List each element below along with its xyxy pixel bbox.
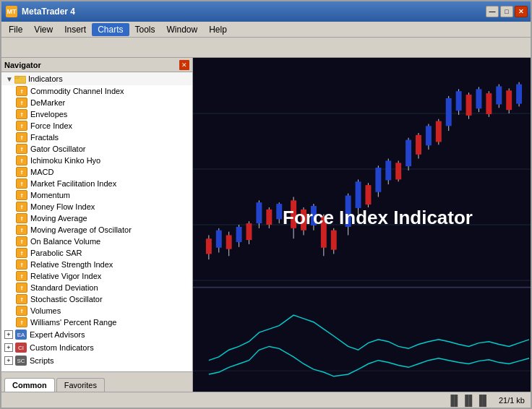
indicator-icon: f [16,144,27,154]
list-item[interactable]: f Force Index [1,120,192,132]
svg-rect-63 [486,93,492,114]
svg-rect-15 [236,227,242,242]
tab-common[interactable]: Common [4,378,55,392]
indicator-icon: f [16,109,27,119]
list-item[interactable]: f Commodity Channel Index [1,85,192,97]
indicator-label: Relative Strength Index [30,260,113,269]
menu-insert[interactable]: Insert [59,23,92,36]
menu-charts[interactable]: Charts [92,23,129,36]
menu-file[interactable]: File [3,23,28,36]
indicators-expand-icon: ▼ [4,74,14,84]
menu-bar: File View Insert Charts Tools Window Hel… [1,22,531,38]
menu-help[interactable]: Help [203,23,233,36]
window-controls: — □ ✕ [486,6,528,17]
navigator-close-button[interactable]: ✕ [179,60,189,70]
expert-advisors-folder[interactable]: + EA Expert Advisors [1,328,192,341]
svg-rect-1 [14,76,19,78]
svg-rect-53 [436,121,442,142]
indicator-icon: f [16,178,27,189]
indicators-section-header[interactable]: ▼ Indicators [1,72,192,85]
svg-rect-23 [276,204,282,219]
indicator-label: Relative Vigor Index [30,272,101,280]
scripts-icon: SC [15,356,27,366]
menu-tools[interactable]: Tools [129,23,161,36]
chart-area[interactable]: Force Index Indicator [193,58,531,392]
expert-advisors-icon: EA [15,330,27,340]
list-item[interactable]: f Relative Vigor Index [1,270,192,282]
custom-indicators-icon: CI [15,343,27,353]
list-item[interactable]: f DeMarker [1,97,192,108]
indicator-icon: f [16,202,27,212]
indicators-folder-icon [14,74,26,84]
svg-rect-57 [456,91,462,111]
svg-rect-33 [331,231,337,250]
indicator-icon: f [16,155,27,165]
list-item[interactable]: f Volumes [1,305,192,317]
close-button[interactable]: ✕ [515,6,528,17]
list-item[interactable]: f On Balance Volume [1,236,192,247]
tab-favorites[interactable]: Favorites [56,378,105,392]
indicator-label: Volumes [30,306,61,315]
indicator-label: Market Facilitation Index [30,179,116,188]
menu-view[interactable]: View [28,23,59,36]
svg-rect-49 [416,135,421,155]
indicator-label: Momentum [30,191,70,199]
list-item[interactable]: f Williams' Percent Range [1,317,192,328]
indicator-label: Money Flow Index [30,202,95,211]
indicator-icon: f [16,98,27,108]
list-item[interactable]: f Relative Strength Index [1,259,192,270]
indicator-label: Moving Average of Oscillator [30,225,132,234]
indicator-icon: f [16,271,27,281]
title-bar: MT MetaTrader 4 — □ ✕ [1,1,531,22]
svg-rect-37 [356,181,361,208]
svg-rect-41 [375,168,381,192]
minimize-button[interactable]: — [486,6,499,17]
indicator-label: Stochastic Oscillator [30,295,103,303]
scripts-folder[interactable]: + SC Scripts [1,354,192,367]
svg-rect-51 [426,126,432,145]
svg-rect-21 [266,210,272,225]
indicator-label: Force Index [30,121,72,130]
list-item[interactable]: f Parabolic SAR [1,247,192,259]
indicator-icon: f [16,190,27,200]
expert-advisors-expand-icon: + [4,330,13,339]
svg-rect-61 [476,89,481,108]
svg-rect-9 [206,238,212,254]
list-item[interactable]: f Fractals [1,132,192,143]
list-item[interactable]: f Envelopes [1,108,192,120]
navigator-title: Navigator [4,61,41,69]
list-item[interactable]: f Market Facilitation Index [1,178,192,189]
list-item[interactable]: f Money Flow Index [1,201,192,212]
navigator-content[interactable]: ▼ Indicators f Commodity Channel Index f… [1,72,192,371]
svg-rect-59 [466,95,472,116]
list-item[interactable]: f Moving Average of Oscillator [1,224,192,236]
maximize-button[interactable]: □ [500,6,513,17]
menu-window[interactable]: Window [161,23,204,36]
chart-canvas: Force Index Indicator [193,58,531,392]
svg-rect-17 [246,223,252,240]
scripts-expand-icon: + [4,356,13,365]
indicator-label: DeMarker [30,98,65,107]
list-item[interactable]: f Gator Oscillator [1,143,192,155]
navigator-tabs: Common Favorites [1,371,192,392]
list-item[interactable]: f Stochastic Oscillator [1,293,192,305]
expert-advisors-label: Expert Advisors [30,330,85,339]
indicators-section-label: Indicators [28,74,63,83]
list-item[interactable]: f Ichimoku Kinko Hyo [1,155,192,166]
svg-rect-11 [216,231,222,248]
svg-rect-67 [506,90,512,110]
indicator-label: Parabolic SAR [30,249,82,257]
list-item[interactable]: f MACD [1,166,192,178]
indicator-icon: f [16,248,27,258]
custom-indicators-folder[interactable]: + CI Custom Indicators [1,341,192,354]
indicator-icon: f [16,86,27,96]
list-item[interactable]: f Momentum [1,189,192,201]
indicator-label: Standard Deviation [30,283,98,292]
indicator-label: Envelopes [30,110,67,119]
scripts-label: Scripts [30,356,54,365]
svg-rect-43 [385,160,391,180]
list-item[interactable]: f Standard Deviation [1,282,192,293]
indicator-label: MACD [30,168,53,176]
svg-rect-45 [395,163,401,179]
list-item[interactable]: f Moving Average [1,212,192,224]
